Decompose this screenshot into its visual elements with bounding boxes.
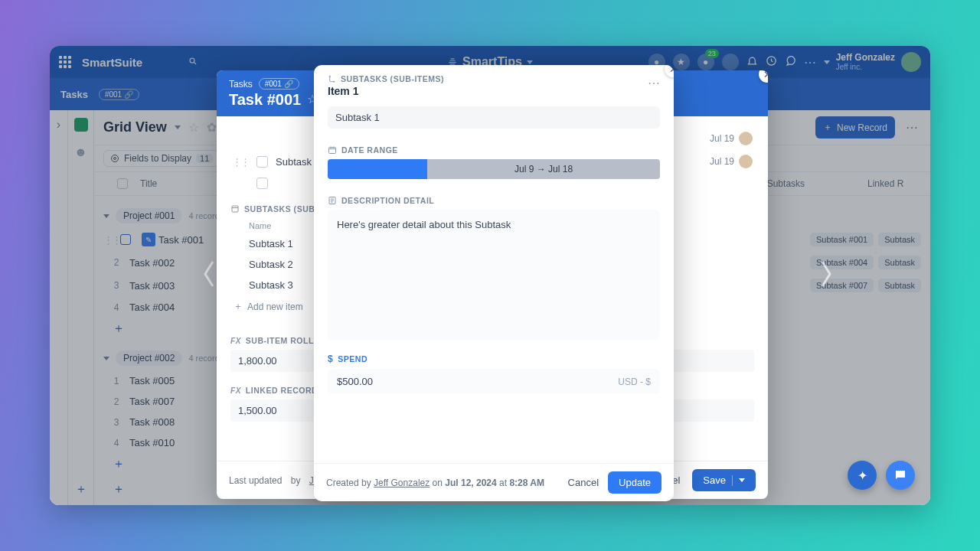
checkbox[interactable] [256, 178, 268, 189]
spend-currency: USD - $ [618, 377, 651, 387]
author-link[interactable]: Jeff Gonzalez [374, 478, 430, 488]
subtask-name: Subtask 3 [249, 279, 293, 291]
breadcrumb[interactable]: Tasks [229, 79, 253, 90]
sparkle-fab[interactable]: ✦ [848, 461, 877, 490]
fab-stack: ✦ [848, 461, 915, 490]
linked-record[interactable]: Subtask 1 [328, 106, 660, 129]
record-title: Task #001 [229, 91, 301, 109]
save-button[interactable]: Save [692, 469, 756, 491]
spend-field[interactable]: $500.00 USD - $ [328, 369, 660, 394]
subitem-footer: Created by Jeff Gonzalez on Jul 12, 2024… [314, 463, 674, 501]
due-date: Jul 19 [710, 132, 753, 145]
checkbox[interactable] [256, 156, 268, 168]
section-label: $ SPEND [328, 354, 660, 364]
subtask-name: Subtask 1 [249, 238, 293, 249]
sub-breadcrumb: SUBTASKS (SUB-ITEMS) [328, 74, 660, 83]
subtask-name: Subtask 2 [249, 259, 293, 270]
date-range-text: Jul 9 → Jul 18 [427, 159, 660, 179]
next-record-arrow[interactable] [815, 259, 835, 292]
drag-handle-icon[interactable]: ⋮⋮ [232, 156, 249, 168]
svg-rect-8 [329, 148, 336, 154]
cancel-button[interactable]: Cancel [559, 472, 608, 493]
chat-fab[interactable] [886, 461, 915, 490]
section-label: DATE RANGE [328, 145, 660, 155]
update-button[interactable]: Update [608, 471, 662, 494]
record-id-pill: #001 🔗 [259, 78, 299, 90]
date-range-bar[interactable]: Jul 9 → Jul 18 [328, 159, 660, 179]
avatar [739, 155, 753, 168]
app-window: SmartSuite SmartTips ● ★ ● ⋯ Jeff Gonzal… [50, 46, 930, 505]
spend-amount: $500.00 [337, 376, 373, 387]
chevron-down-icon [739, 478, 745, 482]
more-icon[interactable]: ⋯ [648, 76, 662, 90]
description-field[interactable]: Here's greater detail about this Subtask [328, 210, 660, 340]
due-date: Jul 19 [710, 155, 753, 168]
avatar [739, 132, 753, 145]
subitem-modal: ✕ SUBTASKS (SUB-ITEMS) Item 1 ⋯ Subtask … [314, 65, 674, 501]
section-label: DESCRIPTION DETAIL [328, 196, 660, 205]
svg-rect-5 [232, 206, 238, 212]
subitem-title: Item 1 [328, 85, 660, 97]
